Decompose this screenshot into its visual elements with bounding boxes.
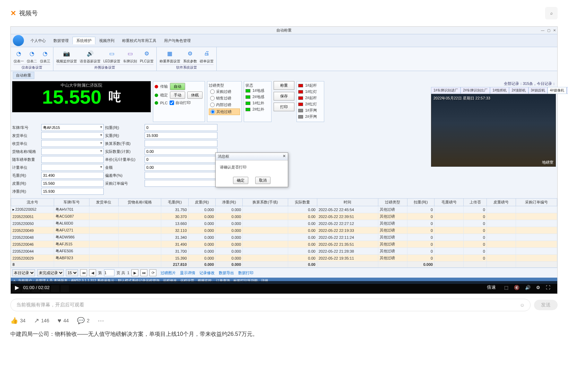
social-♥[interactable]: ♥44 bbox=[58, 317, 69, 324]
menu-0[interactable]: 个人中心 bbox=[27, 37, 50, 44]
field-偏差率(%)[interactable] bbox=[145, 172, 217, 179]
prev-page-icon[interactable]: ◀ bbox=[89, 269, 96, 276]
table-row[interactable]: 2205220044粤AFE50631.7000.0000.0000.00202… bbox=[11, 248, 557, 255]
cam-tab-0[interactable]: 1#车牌识别进厂 bbox=[431, 87, 461, 94]
ribbon-LED屏设置[interactable]: ▭LED屏设置 bbox=[103, 49, 120, 64]
ribbon-磅单设置[interactable]: 🖨磅单设置 bbox=[200, 49, 214, 64]
field-换算系数(手填)[interactable] bbox=[145, 140, 217, 147]
page-size[interactable]: 15 bbox=[66, 269, 78, 276]
pager-link-显示详情[interactable]: 显示详情 bbox=[178, 271, 197, 275]
field-随车磅单数量[interactable] bbox=[41, 156, 104, 163]
danmu-input[interactable]: 当前视频有弹幕，开启后可观看 ☺ bbox=[10, 299, 531, 311]
table-row[interactable]: 2205220051粤ACG08730.3700.0000.0000.00202… bbox=[11, 213, 557, 220]
ribbon: ◔仪表一◔仪表二◔仪表三仪表设备设置📷视频监控设置🔊语音器新设置▭LED屏设置▭… bbox=[11, 47, 557, 71]
dialog-cancel-button[interactable]: 取消 bbox=[255, 177, 270, 184]
field-扣重(吨)[interactable] bbox=[145, 124, 217, 131]
cam-tab-3[interactable]: 2#顶部机 bbox=[509, 87, 528, 94]
social-💬[interactable]: 💬2 bbox=[77, 317, 89, 324]
field-车牌/车号[interactable] bbox=[41, 124, 104, 131]
type-内部过磅[interactable]: 内部过磅 bbox=[209, 102, 240, 108]
speed-button[interactable]: 倍速 bbox=[487, 284, 496, 290]
play-icon[interactable]: ▶ bbox=[15, 284, 19, 291]
close-icon[interactable]: ✕ bbox=[553, 28, 556, 32]
menu-4[interactable]: 称重校式与常用工具 bbox=[118, 37, 160, 44]
type-采购过磅[interactable]: 采购过磅 bbox=[209, 89, 240, 95]
field-采购订单编号[interactable] bbox=[145, 180, 217, 187]
cam-tab-2[interactable]: 1#指挥机 bbox=[490, 87, 509, 94]
field-单价(元/计量单位)[interactable] bbox=[145, 156, 217, 163]
refresh-icon[interactable]: ⟳ bbox=[149, 269, 156, 276]
records-table[interactable]: 流水号车牌/车号发货单位货物名称/规格毛重(吨)皮重(吨)净重(吨)换算系数(手… bbox=[11, 198, 557, 268]
filter-status[interactable]: 未完成记录 bbox=[37, 269, 64, 276]
field-实重(吨)[interactable] bbox=[145, 132, 217, 139]
pager-link-记录修改[interactable]: 记录修改 bbox=[197, 271, 217, 275]
field-金额[interactable] bbox=[145, 164, 217, 171]
emoji-icon[interactable]: ☺ bbox=[520, 302, 525, 308]
ribbon-仪表二[interactable]: ◔仪表二 bbox=[27, 49, 37, 64]
table-row[interactable]: 2205220049粤AFU27132.1100.0000.0000.00202… bbox=[11, 227, 557, 234]
table-row[interactable]: 2205220029粤ABF92315.3900.0000.0000.00202… bbox=[11, 255, 557, 262]
ribbon-系统参数[interactable]: ⚙系统参数 bbox=[183, 49, 197, 64]
video-icon-0[interactable]: ⬚ bbox=[504, 285, 508, 290]
ribbon-语音器新设置[interactable]: 🔊语音器新设置 bbox=[80, 49, 101, 64]
video-icon-3[interactable]: ⚙ bbox=[536, 285, 540, 290]
camera-view[interactable]: 2022年05月22日 星期日 22:57:33 地磅室 bbox=[431, 94, 556, 167]
cam-tab-1[interactable]: 2#车牌识别出厂 bbox=[461, 87, 490, 94]
video-icon-2[interactable]: 🔊 bbox=[525, 285, 531, 290]
cam-tab-6[interactable]: 日志 bbox=[567, 87, 568, 94]
video-icon-1[interactable]: 🔇 bbox=[514, 285, 519, 290]
pager-link-过磅图片[interactable]: 过磅图片 bbox=[158, 271, 178, 275]
search-button[interactable]: ⌕ bbox=[545, 7, 558, 19]
action-保存[interactable]: 保存 bbox=[274, 92, 294, 101]
page-logo[interactable]: ✕ 视频号 bbox=[10, 9, 38, 17]
last-page-icon[interactable]: ⏭ bbox=[140, 269, 147, 276]
menu-2[interactable]: 系统维护 bbox=[72, 37, 95, 44]
menu-5[interactable]: 用户与角色管理 bbox=[160, 37, 195, 44]
ribbon-车牌识别[interactable]: ▭车牌识别 bbox=[123, 49, 137, 64]
first-page-icon[interactable]: ⏮ bbox=[80, 269, 87, 276]
ribbon-仪表三[interactable]: ◔仪表三 bbox=[40, 49, 50, 64]
field-计量单位[interactable] bbox=[41, 164, 104, 171]
search-icon: ⌕ bbox=[550, 11, 553, 16]
table-row[interactable]: 2205220046粤AFJ51531.4900.0000.0000.00202… bbox=[11, 241, 557, 248]
tab-weighing[interactable]: 自动称重 bbox=[13, 72, 34, 79]
weight-unit: 吨 bbox=[109, 88, 121, 105]
ribbon-视频监控设置[interactable]: 📷视频监控设置 bbox=[56, 49, 77, 64]
social-↗[interactable]: ↗146 bbox=[34, 317, 49, 324]
table-row[interactable]: 2205220050粤AL60D013.6600.0000.0000.00202… bbox=[11, 220, 557, 227]
table-row[interactable]: 2205220052粤AHV70131.7500.0000.0000.00202… bbox=[11, 206, 557, 213]
ribbon-PLC设置[interactable]: ⚙PLC设置 bbox=[140, 49, 153, 64]
menu-1[interactable]: 数据管理 bbox=[50, 37, 72, 44]
maximize-icon[interactable]: ▢ bbox=[547, 28, 550, 32]
video-icon-4[interactable]: ⛶ bbox=[546, 285, 550, 290]
next-page-icon[interactable]: ▶ bbox=[131, 269, 138, 276]
pager-link-数据打印[interactable]: 数据打印 bbox=[236, 271, 256, 275]
ribbon-称重界面设置[interactable]: ▦称重界面设置 bbox=[160, 49, 180, 64]
action-打印[interactable]: 打印 bbox=[274, 103, 294, 111]
pager-link-数据导出[interactable]: 数据导出 bbox=[217, 271, 236, 275]
camera-tabs: 1#车牌识别进厂2#车牌识别出厂1#指挥机2#顶部机3#跟踪机4#摄像机日志 bbox=[431, 87, 556, 94]
cam-tab-4[interactable]: 3#跟踪机 bbox=[528, 87, 548, 94]
send-button[interactable]: 发送 bbox=[534, 300, 558, 310]
page-input[interactable] bbox=[104, 269, 114, 276]
cam-tab-5[interactable]: 4#摄像机 bbox=[548, 87, 567, 94]
ribbon-仪表一[interactable]: ◔仪表一 bbox=[14, 49, 24, 64]
type-销售过磅[interactable]: 销售过磅 bbox=[209, 95, 240, 101]
social-👍[interactable]: 👍34 bbox=[10, 317, 26, 324]
menu-3[interactable]: 视频序列 bbox=[95, 37, 118, 44]
action-称重[interactable]: 称重 bbox=[274, 81, 294, 90]
social-⋯[interactable]: ⋯ bbox=[98, 317, 106, 324]
field-发货单位[interactable] bbox=[41, 132, 104, 139]
dialog-close-icon[interactable]: ✕ bbox=[283, 154, 286, 159]
minimize-icon[interactable]: — bbox=[541, 28, 544, 32]
field-实际数量(计算)[interactable] bbox=[145, 148, 217, 155]
field-毛重(吨)[interactable] bbox=[41, 172, 104, 179]
field-货物名称/规格[interactable] bbox=[41, 148, 104, 155]
filter-date[interactable]: 本日记录 bbox=[12, 269, 35, 276]
field-净重(吨)[interactable] bbox=[41, 188, 104, 195]
field-皮重(吨)[interactable] bbox=[41, 180, 104, 187]
type-其他过磅[interactable]: 其他过磅 bbox=[209, 108, 240, 115]
table-row[interactable]: 2205220048粤ADW98631.3400.0000.0000.00202… bbox=[11, 234, 557, 241]
field-收货单位[interactable] bbox=[41, 140, 104, 147]
dialog-ok-button[interactable]: 确定 bbox=[233, 177, 248, 184]
